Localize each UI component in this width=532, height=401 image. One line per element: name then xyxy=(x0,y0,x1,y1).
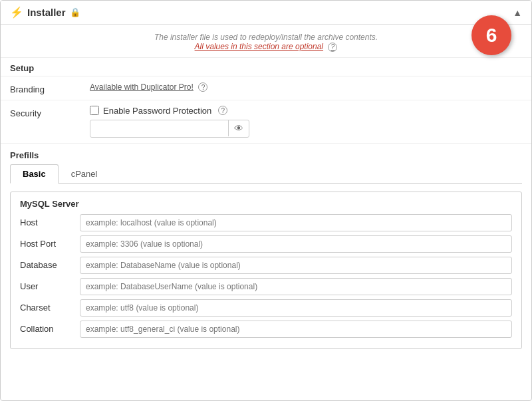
toggle-password-button[interactable]: 👁 xyxy=(228,120,249,136)
host-row: Host xyxy=(20,214,512,231)
info-help-icon[interactable]: ? xyxy=(328,43,337,52)
password-input-wrap: 👁 xyxy=(90,120,249,138)
branding-content: Available with Duplicator Pro! ? xyxy=(90,82,522,92)
database-input[interactable] xyxy=(80,257,512,274)
title-text: Installer xyxy=(27,7,66,18)
setup-section-label: Setup xyxy=(1,58,531,76)
password-protection-label: Enable Password Protection xyxy=(103,106,211,116)
host-port-row: Host Port xyxy=(20,235,512,253)
tabs-bar: Basic cPanel xyxy=(10,164,522,184)
user-input[interactable] xyxy=(80,278,512,295)
user-row: User xyxy=(20,278,512,295)
host-label: Host xyxy=(20,217,80,227)
branding-label: Branding xyxy=(10,82,90,94)
charset-label: Charset xyxy=(20,303,80,313)
info-box: The installer file is used to redeploy/i… xyxy=(1,25,531,58)
eye-icon: 👁 xyxy=(234,123,243,134)
bolt-icon: ⚡ xyxy=(10,6,23,19)
host-input[interactable] xyxy=(80,214,512,231)
tab-cpanel[interactable]: cPanel xyxy=(59,164,110,184)
step-badge: 6 xyxy=(471,15,511,55)
mysql-section: MySQL Server Host Host Port Database Use… xyxy=(10,192,522,349)
security-label: Security xyxy=(10,106,90,118)
security-row: Security Enable Password Protection ? 👁 xyxy=(1,100,531,144)
panel-title: ⚡ Installer 🔒 xyxy=(10,6,80,19)
installer-panel: 6 ⚡ Installer 🔒 ▲ The installer file is … xyxy=(0,0,532,401)
branding-row: Branding Available with Duplicator Pro! … xyxy=(1,76,531,100)
user-label: User xyxy=(20,281,80,291)
password-protection-checkbox[interactable] xyxy=(90,106,99,115)
panel-body: The installer file is used to redeploy/i… xyxy=(1,25,531,349)
database-row: Database xyxy=(20,257,512,274)
branding-help-icon[interactable]: ? xyxy=(198,82,207,92)
branding-link[interactable]: Available with Duplicator Pro! xyxy=(90,82,194,92)
charset-row: Charset xyxy=(20,299,512,317)
security-help-icon[interactable]: ? xyxy=(218,106,227,115)
security-content: Enable Password Protection ? 👁 xyxy=(90,106,522,138)
optional-prefix: All values in this section are xyxy=(195,42,295,51)
host-port-input[interactable] xyxy=(80,235,512,253)
optional-keyword: optional xyxy=(295,42,323,51)
password-input[interactable] xyxy=(90,120,228,137)
host-port-label: Host Port xyxy=(20,239,80,249)
database-label: Database xyxy=(20,260,80,270)
charset-input[interactable] xyxy=(80,299,512,317)
security-checkbox-row: Enable Password Protection ? xyxy=(90,106,522,116)
collapse-button[interactable]: ▲ xyxy=(513,7,522,18)
tab-basic[interactable]: Basic xyxy=(10,164,59,184)
info-optional: All values in this section are optional … xyxy=(14,42,518,52)
mysql-section-title: MySQL Server xyxy=(20,199,512,209)
lock-icon: 🔒 xyxy=(70,7,80,17)
prefills-label: Prefills xyxy=(1,144,531,164)
panel-header: ⚡ Installer 🔒 ▲ xyxy=(1,1,531,25)
collation-input[interactable] xyxy=(80,321,512,338)
collation-row: Collation xyxy=(20,321,512,338)
collation-label: Collation xyxy=(20,324,80,334)
info-description: The installer file is used to redeploy/i… xyxy=(14,33,518,42)
